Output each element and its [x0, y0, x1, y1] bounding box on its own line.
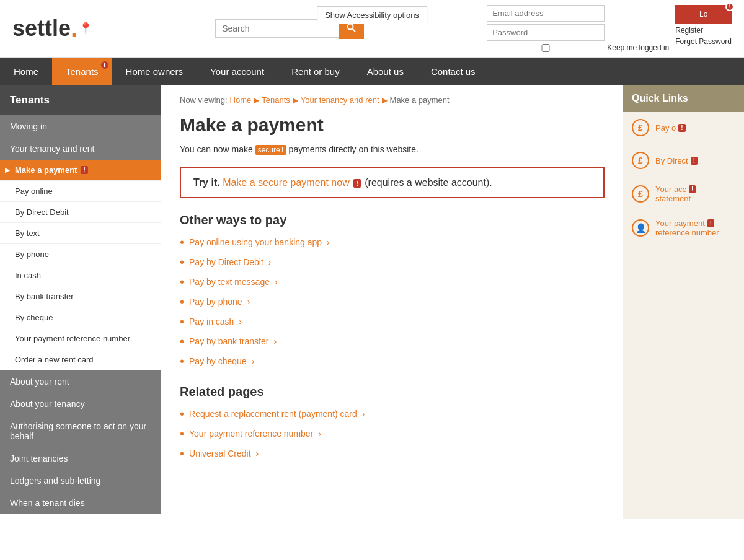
try-notif: ! [353, 179, 361, 188]
payment-methods-list: • Pay online using your banking app › • … [180, 236, 604, 367]
arrow-icon: › [273, 336, 277, 346]
replacement-card-link[interactable]: Request a replacement rent (payment) car… [189, 409, 357, 419]
login-area: Keep me logged in Lo ! Register Forgot P… [487, 5, 732, 52]
breadcrumb-home[interactable]: Home [230, 95, 252, 105]
list-item: • Pay in cash › [180, 315, 604, 328]
email-field[interactable] [487, 5, 604, 22]
logo: settle.📍 [12, 15, 92, 43]
arrow-icon: › [318, 429, 321, 439]
login-notif: ! [725, 2, 734, 11]
nav-home-owners[interactable]: Home owners [112, 58, 197, 85]
sidebar-item-direct-debit[interactable]: By Direct Debit [0, 202, 161, 223]
try-it-end: (requires a website account). [365, 177, 492, 188]
sidebar-item-rent-card[interactable]: Order a new rent card [0, 349, 161, 370]
sidebar: Tenants Moving in Your tenancy and rent … [0, 85, 161, 519]
sidebar-item-tenancy-rent[interactable]: Your tenancy and rent [0, 138, 161, 160]
nav-tenants[interactable]: Tenants ! [52, 58, 112, 85]
password-field[interactable] [487, 24, 604, 41]
sidebar-item-about-tenancy[interactable]: About your tenancy [0, 393, 161, 415]
keep-logged-checkbox[interactable] [487, 44, 604, 52]
bullet-icon: • [180, 408, 184, 420]
svg-point-0 [348, 24, 353, 29]
try-it-box: Try it. Make a secure payment now ! (req… [180, 167, 604, 198]
logo-pin: 📍 [79, 22, 92, 35]
sidebar-item-in-cash[interactable]: In cash [0, 265, 161, 286]
list-item: • Pay by text message › [180, 276, 604, 288]
quick-link-pay-online[interactable]: £ Pay o ! [623, 112, 744, 144]
payment-ref-link[interactable]: Your payment reference number [189, 429, 313, 439]
ql-notif-2: ! [691, 157, 698, 165]
bullet-icon: • [180, 355, 184, 367]
quick-link-direct-debit[interactable]: £ By Direct ! [623, 144, 744, 177]
sidebar-item-make-payment[interactable]: Make a payment ! [0, 160, 161, 181]
pay-direct-debit-link[interactable]: Pay by Direct Debit [189, 257, 264, 267]
arrow-icon: › [362, 409, 365, 419]
nav-about-us[interactable]: About us [353, 58, 417, 85]
sidebar-item-joint-tenancies[interactable]: Joint tenancies [0, 447, 161, 470]
related-links-list: • Request a replacement rent (payment) c… [180, 408, 604, 460]
page-title: Make a payment [180, 115, 604, 136]
nav-rent-or-buy[interactable]: Rent or buy [278, 58, 353, 85]
quick-link-payment-ref[interactable]: 👤 Your payment ! reference number [623, 211, 744, 245]
breadcrumb: Now viewing: Home ▶ Tenants ▶ Your tenan… [180, 95, 604, 105]
breadcrumb-tenants[interactable]: Tenants [262, 95, 290, 105]
list-item: • Pay by Direct Debit › [180, 256, 604, 268]
sidebar-item-bank-transfer[interactable]: By bank transfer [0, 286, 161, 307]
sidebar-item-by-phone[interactable]: By phone [0, 244, 161, 265]
sidebar-title: Tenants [0, 85, 161, 115]
bullet-icon: • [180, 276, 184, 288]
login-fields: Keep me logged in [487, 5, 669, 52]
pay-bank-transfer-link[interactable]: Pay by bank transfer [189, 336, 268, 346]
bullet-icon: • [180, 335, 184, 348]
bullet-icon: • [180, 256, 184, 268]
login-links: Lo ! Register Forgot Password [675, 5, 732, 46]
pound-icon-3: £ [632, 185, 649, 203]
breadcrumb-now-viewing: Now viewing: [180, 95, 228, 105]
nav-your-account[interactable]: Your account [197, 58, 278, 85]
universal-credit-link[interactable]: Universal Credit [189, 448, 251, 458]
quick-link-ref-text: Your payment ! reference number [655, 219, 719, 237]
quick-link-pay-online-text: Pay o ! [655, 123, 686, 133]
breadcrumb-sep2: ▶ [293, 96, 298, 105]
list-item: • Your payment reference number › [180, 427, 604, 440]
sidebar-item-pay-online[interactable]: Pay online [0, 181, 161, 202]
other-ways-title: Other ways to pay [180, 213, 604, 227]
nav-contact-us[interactable]: Contact us [417, 58, 489, 85]
list-item: • Pay online using your banking app › [180, 236, 604, 248]
register-link[interactable]: Register [675, 26, 732, 35]
arrow-icon: › [256, 448, 259, 458]
quick-link-direct-debit-text: By Direct ! [655, 156, 698, 165]
sidebar-item-by-cheque[interactable]: By cheque [0, 307, 161, 328]
list-item: • Pay by cheque › [180, 355, 604, 367]
sidebar-item-tenant-dies[interactable]: When a tenant dies [0, 492, 161, 514]
person-icon: 👤 [632, 219, 649, 237]
make-payment-link[interactable]: Make a secure payment now [223, 177, 352, 188]
accessibility-button[interactable]: Show Accessibility options [317, 6, 427, 24]
main-content: Now viewing: Home ▶ Tenants ▶ Your tenan… [161, 85, 623, 519]
sidebar-item-by-text[interactable]: By text [0, 223, 161, 244]
top-bar: settle.📍 Show Accessibility options Keep… [0, 0, 744, 58]
pay-banking-app-link[interactable]: Pay online using your banking app [189, 237, 322, 247]
breadcrumb-sep1: ▶ [254, 96, 259, 105]
pay-cash-link[interactable]: Pay in cash [189, 317, 234, 326]
sidebar-item-moving-in[interactable]: Moving in [0, 115, 161, 138]
related-title: Related pages [180, 385, 604, 399]
secure-notif: ! [281, 146, 284, 154]
sidebar-item-lodgers[interactable]: Lodgers and sub-letting [0, 470, 161, 492]
pay-cheque-link[interactable]: Pay by cheque [189, 356, 247, 366]
page-wrapper: Tenants Moving in Your tenancy and rent … [0, 85, 744, 519]
pay-text-message-link[interactable]: Pay by text message [189, 277, 270, 287]
sidebar-item-about-rent[interactable]: About your rent [0, 370, 161, 393]
breadcrumb-tenancy-rent[interactable]: Your tenancy and rent [301, 95, 379, 105]
nav-home[interactable]: Home [0, 58, 52, 85]
forgot-password-link[interactable]: Forgot Password [675, 37, 732, 46]
sidebar-item-authorising[interactable]: Authorising someone to act on your behal… [0, 415, 161, 447]
sidebar-item-payment-ref[interactable]: Your payment reference number [0, 328, 161, 349]
login-button[interactable]: Lo ! [675, 5, 732, 24]
pay-phone-link[interactable]: Pay by phone [189, 297, 242, 307]
quick-link-your-account[interactable]: £ Your acc ! statement [623, 177, 744, 211]
bullet-icon: • [180, 315, 184, 328]
keep-logged-label: Keep me logged in [607, 43, 669, 52]
keep-me-logged: Keep me logged in [487, 43, 669, 52]
list-item: • Request a replacement rent (payment) c… [180, 408, 604, 420]
